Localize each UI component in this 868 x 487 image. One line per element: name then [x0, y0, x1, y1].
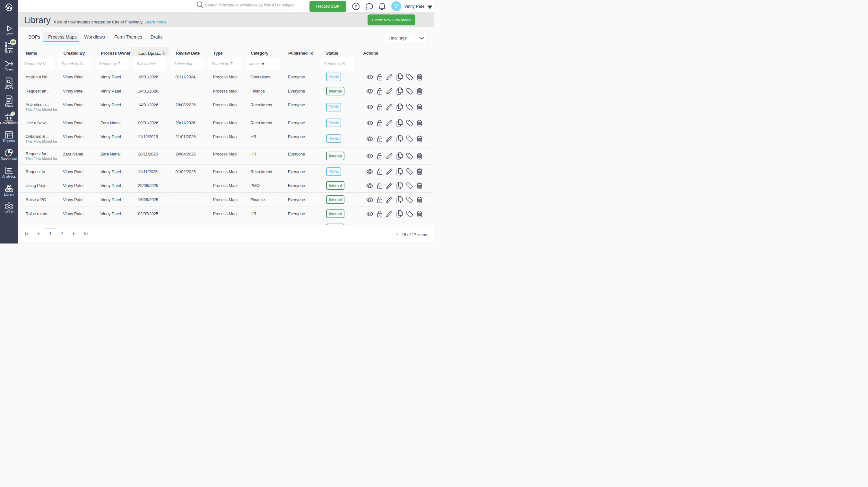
svg-text:?: ?: [355, 4, 357, 9]
